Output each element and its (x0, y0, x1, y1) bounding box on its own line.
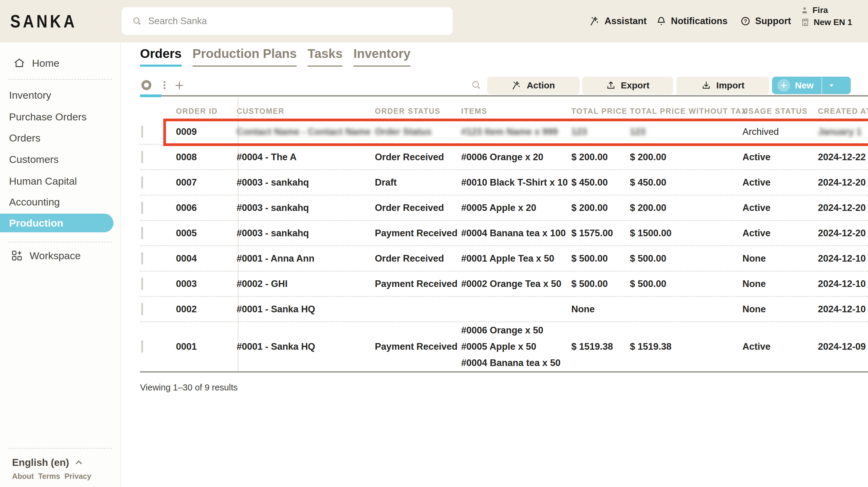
column-header-total-price: TOTAL PRICE (571, 107, 630, 116)
tab-inventory[interactable]: Inventory (353, 46, 410, 67)
results-summary: Viewing 1–30 of 9 results (140, 383, 238, 393)
table-row[interactable]: 0003 #0002 - GHI Payment Received #0002 … (140, 271, 868, 297)
sidebar-item-customers[interactable]: Customers (9, 152, 59, 167)
module-tabs: Orders Production Plans Tasks Inventory (140, 46, 410, 67)
tab-orders[interactable]: Orders (140, 46, 182, 67)
row-checkbox[interactable] (141, 151, 143, 163)
import-button[interactable]: Import (676, 77, 769, 94)
caret-down-icon (828, 82, 835, 89)
assistant-button[interactable]: Assistant (589, 16, 647, 27)
person-icon (800, 6, 809, 14)
row-checkbox[interactable] (141, 201, 143, 214)
bell-icon (656, 16, 667, 27)
add-view-button[interactable] (173, 79, 185, 91)
table-row[interactable]: 0005 #0003 - sankahq Payment Received #0… (140, 221, 868, 246)
plus-icon (777, 79, 790, 92)
row-checkbox[interactable] (141, 340, 143, 353)
orders-table: 0009 Contact Name - Contact Name Order S… (140, 120, 868, 371)
sidebar-item-home[interactable]: Home (13, 56, 59, 70)
table-row[interactable]: 0007 #0003 - sankahq Draft #0010 Black T… (140, 170, 868, 196)
search-icon (132, 16, 142, 26)
home-icon (13, 57, 25, 69)
active-view-indicator (140, 94, 161, 97)
notifications-label: Notifications (671, 16, 728, 27)
import-icon (701, 80, 711, 91)
store-icon (800, 18, 810, 27)
sidebar-divider (8, 79, 112, 80)
sidebar-item-accounting[interactable]: Accounting (9, 195, 60, 209)
action-button[interactable]: Action (487, 77, 580, 94)
sidebar-item-orders[interactable]: Orders (9, 131, 40, 145)
sidebar-item-human-capital[interactable]: Human Capital (9, 174, 77, 188)
toolbar-divider (140, 95, 868, 97)
export-button[interactable]: Export (582, 77, 673, 94)
column-header-order-id: ORDER ID (176, 107, 218, 116)
table-row[interactable]: 0002 #0001 - Sanka HQ None None 2024-12-… (140, 297, 868, 322)
support-button[interactable]: Support (740, 16, 791, 27)
sidebar-item-production-active[interactable]: Production (0, 214, 114, 232)
new-dropdown-button[interactable] (822, 77, 841, 94)
table-row[interactable]: 0006 #0003 - sankahq Order Received #000… (140, 196, 868, 221)
top-bar: SANKA Assistant Notifications Support Fi… (0, 0, 868, 42)
search-input[interactable] (148, 16, 442, 27)
main-content: Orders Production Plans Tasks Inventory … (121, 42, 868, 487)
sidebar-item-purchase-orders[interactable]: Purchase Orders (9, 109, 87, 124)
grid-plus-icon (11, 250, 23, 262)
about-link[interactable]: About (12, 472, 34, 481)
kebab-menu-icon[interactable] (159, 80, 169, 90)
status-badge: None (742, 253, 818, 264)
table-search-icon[interactable] (471, 80, 482, 91)
magic-wand-icon (589, 16, 600, 27)
column-header-created-at: CREATED AT (818, 107, 868, 116)
chevron-up-icon (74, 458, 84, 467)
new-button-group: New (772, 77, 851, 94)
sidebar-divider (8, 242, 112, 242)
status-badge: Active (742, 152, 818, 163)
status-badge: Active (742, 177, 818, 188)
workspace-name: New EN 1 (814, 18, 852, 27)
privacy-link[interactable]: Privacy (64, 472, 91, 481)
toolbar: Action Export Import New (121, 75, 868, 96)
table-row[interactable]: 0008 #0004 - The A Order Received #0006 … (140, 145, 868, 170)
row-checkbox[interactable] (141, 252, 143, 265)
user-menu[interactable]: Fira New EN 1 (800, 5, 852, 27)
sidebar-footer: About Terms Privacy (12, 472, 91, 481)
user-name: Fira (812, 5, 828, 15)
notifications-button[interactable]: Notifications (656, 16, 728, 27)
column-header-items: ITEMS (461, 107, 571, 116)
table-row[interactable]: 0001 #0001 - Sanka HQ Payment Received #… (140, 322, 868, 371)
sidebar-divider (8, 448, 112, 449)
help-icon (740, 16, 751, 27)
language-selector[interactable]: English (en) (12, 455, 84, 470)
status-badge: Active (742, 202, 818, 213)
row-checkbox[interactable] (141, 126, 143, 138)
sidebar-item-inventory[interactable]: Inventory (9, 88, 51, 102)
magic-wand-icon (512, 80, 522, 91)
status-badge: None (742, 279, 818, 289)
table-bottom-border (140, 371, 868, 372)
column-header-usage-status: USAGE STATUS (742, 107, 818, 116)
app-logo[interactable]: SANKA (10, 10, 77, 31)
sidebar: Home Inventory Purchase Orders Orders Cu… (0, 42, 121, 487)
view-circle-icon[interactable] (140, 79, 153, 91)
column-header-order-status: ORDER STATUS (375, 107, 461, 116)
export-icon (606, 80, 616, 91)
row-checkbox[interactable] (141, 303, 143, 315)
terms-link[interactable]: Terms (38, 472, 60, 481)
support-label: Support (755, 16, 791, 27)
tab-tasks[interactable]: Tasks (308, 46, 343, 67)
tab-production-plans[interactable]: Production Plans (192, 46, 297, 67)
table-row[interactable]: 0009 Contact Name - Contact Name Order S… (140, 120, 868, 145)
assistant-label: Assistant (604, 16, 647, 27)
status-badge: Active (742, 341, 818, 352)
new-button[interactable]: New (772, 77, 822, 94)
table-header: ORDER ID CUSTOMER ORDER STATUS ITEMS TOT… (140, 103, 868, 120)
column-header-customer: CUSTOMER (218, 107, 375, 116)
row-checkbox[interactable] (141, 227, 143, 239)
row-checkbox[interactable] (141, 176, 143, 189)
global-search (122, 7, 453, 35)
sidebar-item-workspace[interactable]: Workspace (11, 248, 81, 263)
status-badge: Archived (742, 126, 818, 137)
table-row[interactable]: 0004 #0001 - Anna Ann Order Received #00… (140, 246, 868, 271)
row-checkbox[interactable] (141, 278, 143, 290)
